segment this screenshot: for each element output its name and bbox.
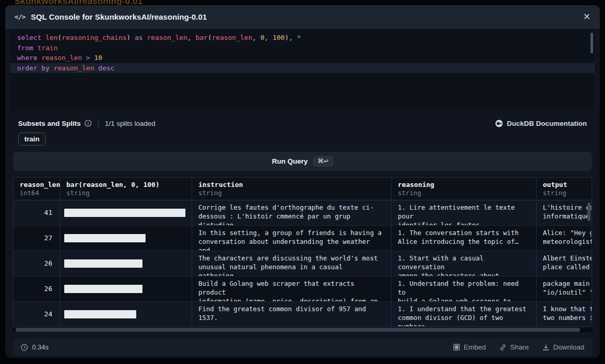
sql-token: reasoning_chains bbox=[62, 34, 126, 41]
sql-token: 100 bbox=[272, 34, 284, 41]
sql-line[interactable]: select len(reasoning_chains) as reason_l… bbox=[10, 33, 595, 43]
sql-token bbox=[82, 54, 86, 62]
sql-token: 10 bbox=[94, 54, 103, 62]
sql-code[interactable]: select len(reasoning_chains) as reason_l… bbox=[10, 33, 595, 73]
table-row: 26The characters are discussing the worl… bbox=[13, 251, 592, 276]
cell-bar bbox=[60, 226, 192, 251]
cell-reason_len: 26 bbox=[13, 276, 60, 301]
column-name: instruction bbox=[198, 181, 385, 188]
duckdb-logo-icon bbox=[495, 120, 503, 127]
sql-token: > bbox=[86, 54, 90, 62]
horizontal-scrollbar-track[interactable] bbox=[13, 327, 592, 332]
sql-token: * bbox=[297, 34, 301, 41]
close-icon[interactable]: ✕ bbox=[583, 12, 590, 21]
column-name: reasoning bbox=[398, 181, 530, 188]
sql-line[interactable]: from train bbox=[10, 43, 595, 53]
column-type: string bbox=[398, 189, 530, 197]
cell-reasoning: 1. Lire attentivement le texte pour iden… bbox=[392, 200, 537, 225]
sql-token: reason_len bbox=[212, 34, 252, 41]
embed-button[interactable]: Embed bbox=[453, 343, 486, 351]
cell-bar bbox=[60, 302, 192, 327]
download-button[interactable]: Download bbox=[542, 343, 584, 351]
sql-console-modal: </> SQL Console for SkunkworksAI/reasoni… bbox=[5, 5, 600, 358]
sql-token bbox=[90, 54, 94, 62]
cell-reason_len: 26 bbox=[13, 251, 60, 276]
table-row: 27In this setting, a group of friends is… bbox=[13, 226, 592, 251]
column-header-reason_len: reason_lenint64 bbox=[13, 178, 60, 200]
sql-token: from bbox=[17, 44, 33, 52]
sql-token: ( bbox=[208, 34, 212, 41]
modal-header: </> SQL Console for SkunkworksAI/reasoni… bbox=[5, 5, 600, 28]
sql-line[interactable]: where reason_len > 10 bbox=[10, 53, 595, 63]
download-icon bbox=[542, 344, 550, 351]
splits-loaded-status: 1/1 splits loaded bbox=[105, 120, 155, 127]
bar-visualization bbox=[64, 234, 146, 242]
subsets-row: Subsets and Splits | 1/1 splits loaded D… bbox=[18, 118, 587, 128]
column-header-barreason_len0100: bar(reason_len, 0, 100)string bbox=[60, 178, 192, 200]
sql-token: len bbox=[46, 34, 57, 41]
subsets-label: Subsets and Splits bbox=[18, 120, 81, 127]
cell-instruction: The characters are discussing the world'… bbox=[192, 251, 392, 276]
table-row: 24Find the greatest common divisor of 95… bbox=[13, 302, 592, 327]
duckdb-documentation-link[interactable]: DuckDB Documentation bbox=[495, 120, 587, 127]
cell-output: Alice: "Hey g meteorologist bbox=[537, 226, 592, 251]
sql-token: bar bbox=[195, 34, 207, 41]
sql-token: order bbox=[17, 64, 37, 72]
sql-editor[interactable]: select len(reasoning_chains) as reason_l… bbox=[10, 30, 595, 111]
embed-label: Embed bbox=[464, 343, 486, 351]
cell-instruction: Corrige les fautes d'orthographe du text… bbox=[192, 200, 392, 225]
run-query-label: Run Query bbox=[272, 157, 308, 165]
table-body: 41Corrige les fautes d'orthographe du te… bbox=[13, 200, 592, 327]
cell-bar bbox=[60, 276, 192, 301]
table-row: 26Build a Golang web scraper that extrac… bbox=[13, 276, 592, 302]
cell-reason_len: 27 bbox=[13, 226, 60, 251]
cell-instruction: Build a Golang web scraper that extracts… bbox=[192, 276, 392, 301]
table-vertical-scrollbar[interactable] bbox=[587, 202, 590, 221]
cell-output: package main "io/ioutil" " bbox=[537, 276, 592, 301]
sql-token: , bbox=[265, 34, 273, 41]
info-icon[interactable] bbox=[84, 120, 92, 127]
bar-visualization bbox=[64, 259, 142, 268]
modal-title: SQL Console for SkunkworksAI/reasoning-0… bbox=[31, 12, 207, 21]
cell-instruction: In this setting, a group of friends is h… bbox=[192, 226, 392, 251]
table-row: 41Corrige les fautes d'orthographe du te… bbox=[13, 200, 592, 226]
split-chip-label: train bbox=[24, 135, 39, 143]
split-chip-train[interactable]: train bbox=[18, 133, 46, 145]
cell-instruction: Find the greatest common divisor of 957 … bbox=[192, 302, 392, 327]
sql-token: as bbox=[135, 34, 143, 41]
column-type: string bbox=[198, 189, 385, 197]
table-header-row: reason_lenint64bar(reason_len, 0, 100)st… bbox=[13, 178, 592, 200]
share-label: Share bbox=[510, 343, 529, 351]
bar-visualization bbox=[64, 285, 142, 293]
sql-token: select bbox=[17, 34, 41, 41]
sql-token: , bbox=[188, 34, 196, 41]
cell-reasoning: 1. Start with a casual conversation amon… bbox=[392, 251, 537, 276]
sql-token bbox=[41, 34, 46, 41]
column-name: bar(reason_len, 0, 100) bbox=[66, 181, 185, 188]
share-button[interactable]: Share bbox=[499, 343, 529, 351]
sql-token: by bbox=[41, 64, 50, 72]
cell-output: L'histoire co informatique bbox=[537, 200, 592, 225]
sql-token bbox=[37, 54, 41, 62]
sql-token: reason_len bbox=[147, 34, 187, 41]
keyboard-shortcut-badge: ⌘↵ bbox=[313, 156, 333, 166]
horizontal-scrollbar-thumb[interactable] bbox=[16, 328, 580, 332]
sql-token: where bbox=[17, 54, 37, 62]
sql-token bbox=[94, 64, 98, 72]
column-type: string bbox=[66, 189, 185, 197]
query-elapsed-time: 0.34s bbox=[21, 343, 49, 351]
bar-visualization bbox=[64, 310, 136, 318]
download-label: Download bbox=[553, 343, 584, 351]
bar-visualization bbox=[64, 209, 185, 217]
sql-line[interactable]: order by reason_len desc bbox=[10, 63, 595, 74]
run-query-button[interactable]: Run Query ⌘↵ bbox=[13, 152, 592, 171]
code-icon: </> bbox=[15, 13, 25, 21]
elapsed-value: 0.34s bbox=[32, 343, 49, 351]
cell-output: Albert Einste place called bbox=[537, 251, 592, 276]
sql-token bbox=[37, 64, 41, 72]
editor-vertical-scrollbar[interactable] bbox=[590, 33, 593, 53]
footer-actions: Embed Share Download bbox=[453, 343, 584, 351]
duckdb-documentation-label: DuckDB Documentation bbox=[507, 120, 587, 127]
column-type: string bbox=[543, 189, 592, 197]
column-type: int64 bbox=[20, 189, 53, 197]
